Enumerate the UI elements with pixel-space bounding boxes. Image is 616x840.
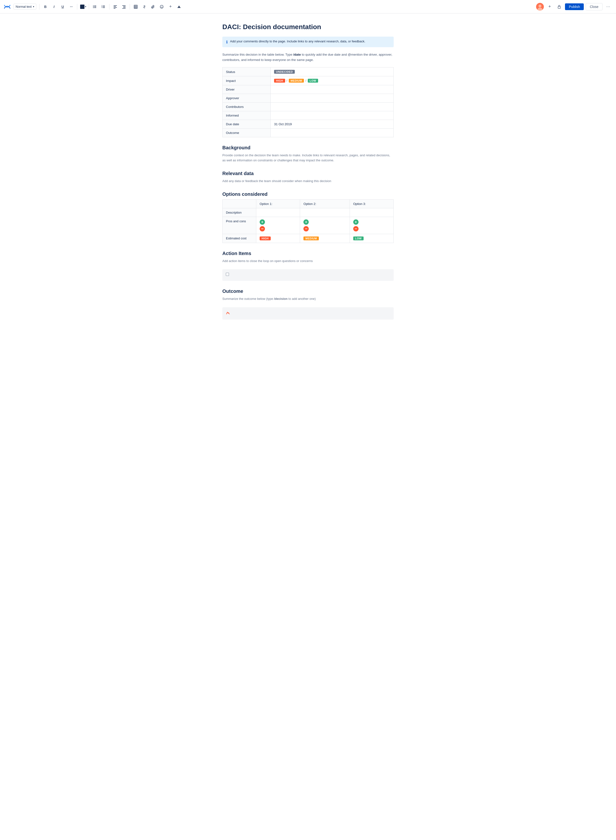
pros-cons-option1[interactable]: + − [256, 217, 300, 234]
add-collaborator-button[interactable]: + [546, 3, 553, 10]
table-button[interactable] [132, 3, 139, 10]
table-row-due-date: Due date 31 Oct 2019 [223, 120, 394, 129]
align-button[interactable] [111, 3, 119, 10]
intro-slash-date: /date [293, 53, 301, 56]
indent-button[interactable] [120, 3, 128, 10]
svg-rect-7 [103, 6, 105, 6]
svg-rect-18 [123, 7, 126, 8]
more-formatting-button[interactable]: ··· [67, 3, 75, 10]
impact-low-badge: LOW [308, 79, 318, 82]
approver-label: Approver [223, 94, 271, 103]
svg-point-0 [93, 5, 94, 6]
underline-button[interactable]: U [59, 3, 66, 10]
svg-rect-14 [114, 7, 117, 8]
cons-icon-3: − [353, 226, 359, 231]
action-items-box[interactable] [222, 269, 394, 281]
avatar[interactable] [536, 3, 544, 10]
impact-badges: HIGH / MEDIUM / LOW [274, 79, 390, 82]
description-option1[interactable] [256, 208, 300, 217]
svg-rect-13 [114, 6, 116, 7]
estimated-cost-option1[interactable]: HIGH [256, 234, 300, 243]
outcome-section-desc: Summarize the outcome below (type /decis… [222, 296, 394, 302]
insert-more-button[interactable] [175, 3, 183, 10]
close-button[interactable]: Close [586, 3, 603, 10]
status-value[interactable]: UNDECIDED [271, 68, 394, 76]
contributors-label: Contributors [223, 103, 271, 111]
svg-point-27 [161, 6, 161, 6]
relevant-data-desc[interactable]: Add any data or feedback the team should… [222, 179, 394, 184]
background-section: Background Provide context on the decisi… [222, 145, 394, 163]
text-style-selector[interactable]: Normal text ▾ [13, 4, 36, 10]
impact-value[interactable]: HIGH / MEDIUM / LOW [271, 76, 394, 85]
background-title: Background [222, 145, 394, 150]
cons-icon-1: − [260, 226, 265, 231]
svg-rect-11 [103, 7, 105, 8]
table-row-outcome: Outcome [223, 129, 394, 137]
driver-value[interactable] [271, 85, 394, 94]
outcome-section: Outcome Summarize the outcome below (typ… [222, 288, 394, 319]
svg-rect-3 [94, 6, 96, 7]
pros-icon-1: + [260, 219, 265, 225]
color-button[interactable]: ▾ [79, 3, 87, 10]
toolbar-divider-4 [109, 4, 110, 10]
outcome-desc-2: to add another one) [287, 297, 316, 300]
pros-cons-1: + − [260, 219, 296, 231]
due-date-value[interactable]: 31 Oct 2019 [271, 120, 394, 129]
toolbar-right: + Publish Close ··· [536, 3, 612, 10]
contributors-value[interactable] [271, 103, 394, 111]
checkbox-placeholder[interactable] [226, 273, 229, 276]
link-button[interactable] [141, 3, 148, 10]
bullet-list-button[interactable] [91, 3, 99, 10]
pros-icon-3: + [353, 219, 359, 225]
more-options-button[interactable]: ··· [604, 3, 612, 10]
outcome-desc-1: Summarize the outcome below (type [222, 297, 274, 300]
options-col-header-3: Option 3: [350, 199, 393, 208]
impact-divider-1: / [287, 79, 287, 82]
svg-rect-9 [103, 6, 105, 7]
attachment-button[interactable] [149, 3, 157, 10]
italic-button[interactable]: I [50, 3, 58, 10]
approver-value[interactable] [271, 94, 394, 103]
info-icon: ℹ [226, 40, 227, 44]
due-date-label: Due date [223, 120, 271, 129]
table-row-driver: Driver [223, 85, 394, 94]
pros-cons-option3[interactable]: + − [350, 217, 393, 234]
description-option3[interactable] [350, 208, 393, 217]
pros-icon-2: + [304, 219, 309, 225]
page-content: DACI: Decision documentation ℹ Add your … [217, 13, 399, 347]
insert-button[interactable]: + [167, 3, 174, 10]
options-section: Options considered Option 1: Option 2: O… [222, 191, 394, 243]
cons-icon-2: − [304, 226, 309, 231]
numbered-list-button[interactable]: 1.2.3. [100, 3, 107, 10]
info-banner-text: Add your comments directly to the page. … [230, 40, 365, 43]
daci-table: Status UNDECIDED Impact HIGH / MEDIUM / … [222, 67, 394, 137]
svg-text:3.: 3. [101, 7, 103, 8]
status-label: Status [223, 68, 271, 76]
page-title[interactable]: DACI: Decision documentation [222, 23, 394, 31]
background-desc[interactable]: Provide context on the decision the team… [222, 153, 394, 163]
outcome-value[interactable] [271, 129, 394, 137]
pros-cons-option2[interactable]: + − [300, 217, 350, 234]
svg-rect-12 [114, 5, 117, 6]
toolbar-divider-2 [77, 4, 77, 10]
lock-button[interactable] [555, 3, 563, 10]
color-swatch [80, 4, 85, 9]
emoji-button[interactable] [158, 3, 166, 10]
options-header-row: Option 1: Option 2: Option 3: [223, 199, 394, 208]
outcome-title: Outcome [222, 288, 394, 294]
svg-rect-5 [94, 7, 96, 8]
outcome-box[interactable] [222, 307, 394, 319]
svg-rect-19 [122, 8, 126, 9]
svg-marker-29 [177, 6, 181, 8]
relevant-data-title: Relevant data [222, 171, 394, 176]
bold-button[interactable]: B [41, 3, 49, 10]
estimated-cost-option2[interactable]: MEDIUM [300, 234, 350, 243]
informed-value[interactable] [271, 111, 394, 120]
description-option2[interactable] [300, 208, 350, 217]
publish-button[interactable]: Publish [565, 3, 584, 10]
svg-rect-15 [114, 8, 116, 9]
action-items-desc: Add action items to close the loop on op… [222, 259, 394, 264]
svg-point-2 [93, 6, 94, 7]
outcome-slash-decision: /decision [274, 297, 287, 300]
estimated-cost-option3[interactable]: LOW [350, 234, 393, 243]
